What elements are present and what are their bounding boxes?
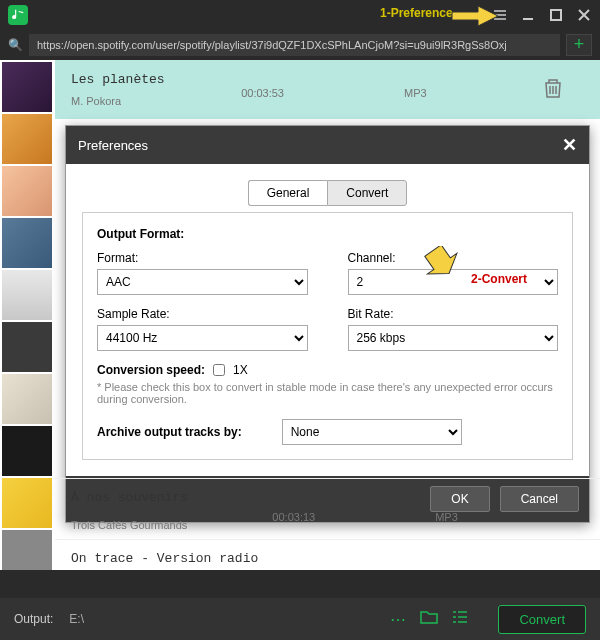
modal-close-button[interactable]: ✕ <box>562 134 577 156</box>
bottom-bar: Output: E:\ ⋯ Convert <box>0 598 600 640</box>
url-bar: 🔍 + <box>0 30 600 60</box>
track-duration: 00:03:53 <box>241 87 284 107</box>
track-title: À nos souvenirs <box>71 490 188 505</box>
arrow-preference-icon <box>450 4 500 28</box>
thumbnail[interactable] <box>2 62 52 112</box>
thumbnail[interactable] <box>2 426 52 476</box>
bit-rate-label: Bit Rate: <box>348 307 559 321</box>
sample-rate-select[interactable]: 44100 Hz <box>97 325 308 351</box>
convert-button[interactable]: Convert <box>498 605 586 634</box>
arrow-convert-icon <box>421 246 461 278</box>
main-area: Les planètes M. Pokora 00:03:53 MP3 Pref… <box>0 60 600 570</box>
tab-general[interactable]: General <box>248 180 328 206</box>
output-label: Output: <box>14 612 53 626</box>
highlighted-track[interactable]: Les planètes M. Pokora 00:03:53 MP3 <box>55 60 600 119</box>
track-title: Les planètes <box>71 72 427 87</box>
close-button[interactable] <box>576 7 592 23</box>
modal-title: Preferences <box>78 138 148 153</box>
maximize-button[interactable] <box>548 7 564 23</box>
search-icon: 🔍 <box>8 38 23 52</box>
tab-convert[interactable]: Convert <box>327 180 407 206</box>
thumbnail[interactable] <box>2 270 52 320</box>
more-icon[interactable]: ⋯ <box>390 610 406 629</box>
list-icon[interactable] <box>452 610 468 628</box>
speed-label: Conversion speed: <box>97 363 205 377</box>
track-format: MP3 <box>435 511 458 531</box>
speed-hint: * Please check this box to convert in st… <box>97 381 558 405</box>
track-title: On trace - Version radio <box>71 551 258 566</box>
delete-icon[interactable] <box>542 77 564 103</box>
annotation-preference: 1-Preference <box>380 6 453 20</box>
svg-rect-2 <box>551 10 561 20</box>
thumbnail[interactable] <box>2 374 52 424</box>
track-duration: 00:03:13 <box>272 511 315 531</box>
content-area: Les planètes M. Pokora 00:03:53 MP3 Pref… <box>55 60 600 570</box>
archive-label: Archive output tracks by: <box>97 425 242 439</box>
speed-1x-checkbox[interactable] <box>213 364 225 376</box>
preferences-modal: Preferences ✕ General Convert 2-Convert … <box>65 125 590 525</box>
modal-header: Preferences ✕ <box>66 126 589 164</box>
svg-rect-1 <box>523 18 533 20</box>
bit-rate-select[interactable]: 256 kbps <box>348 325 559 351</box>
folder-icon[interactable] <box>420 610 438 628</box>
speed-1x-label: 1X <box>233 363 248 377</box>
track-artist: M. Pokora <box>71 95 121 107</box>
thumbnail[interactable] <box>2 478 52 528</box>
add-button[interactable]: + <box>566 34 592 56</box>
sample-rate-label: Sample Rate: <box>97 307 308 321</box>
output-format-label: Output Format: <box>97 227 558 241</box>
svg-marker-3 <box>421 246 461 278</box>
minimize-button[interactable] <box>520 7 536 23</box>
track-artist: Trois Cafés Gourmands <box>71 519 187 531</box>
format-label: Format: <box>97 251 308 265</box>
track-row[interactable]: On trace - Version radio <box>55 539 600 574</box>
svg-marker-0 <box>452 6 498 26</box>
url-input[interactable] <box>29 34 560 56</box>
annotation-convert: 2-Convert <box>471 272 527 286</box>
thumbnail[interactable] <box>2 218 52 268</box>
output-path: E:\ <box>69 612 84 626</box>
thumbnail[interactable] <box>2 166 52 216</box>
format-select[interactable]: AAC <box>97 269 308 295</box>
track-row[interactable]: À nos souvenirs Trois Cafés Gourmands 00… <box>55 478 600 539</box>
track-format: MP3 <box>404 87 427 107</box>
app-logo <box>8 5 28 25</box>
titlebar: 1-Preference <box>0 0 600 30</box>
thumbnail[interactable] <box>2 530 52 570</box>
archive-select[interactable]: None <box>282 419 462 445</box>
thumbnail-column <box>0 60 55 570</box>
thumbnail[interactable] <box>2 322 52 372</box>
thumbnail[interactable] <box>2 114 52 164</box>
